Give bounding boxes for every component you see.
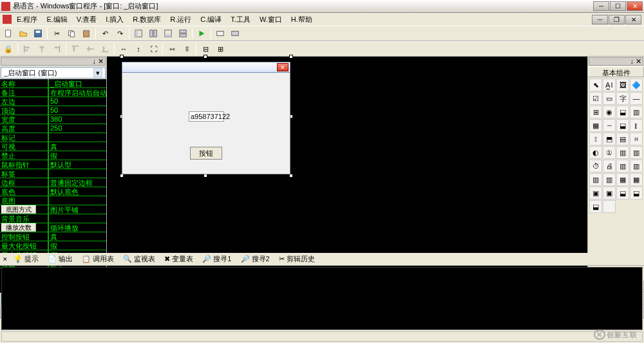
- lock-icon[interactable]: 🔒: [1, 42, 15, 55]
- property-value[interactable]: 380: [48, 115, 106, 124]
- property-value[interactable]: 假: [48, 151, 106, 160]
- toggle1-icon[interactable]: [213, 27, 227, 40]
- palette-component-icon[interactable]: ┄: [603, 119, 616, 132]
- property-value[interactable]: 默认底色: [48, 187, 106, 196]
- palette-component-icon[interactable]: ▦: [630, 173, 643, 186]
- palette-component-icon[interactable]: ☑: [589, 92, 602, 105]
- property-value[interactable]: _启动窗口: [48, 79, 106, 88]
- property-value[interactable]: 图片平铺: [48, 205, 106, 214]
- property-value[interactable]: 250: [48, 124, 106, 133]
- palette-component-icon[interactable]: [603, 200, 616, 213]
- palette-component-icon[interactable]: ◐: [589, 146, 602, 159]
- palette-component-icon[interactable]: ▥: [630, 160, 643, 172]
- menu-help[interactable]: H.帮助: [287, 14, 316, 26]
- palette-component-icon[interactable]: ▥: [616, 146, 629, 159]
- property-row[interactable]: 边框普通固定边框: [0, 178, 106, 187]
- palette-component-icon[interactable]: ▣: [589, 187, 602, 199]
- palette-component-icon[interactable]: ⬓: [616, 119, 629, 132]
- palette-component-icon[interactable]: —: [630, 92, 643, 105]
- panel-close-icon[interactable]: ↓ ✕: [92, 57, 104, 66]
- property-row[interactable]: 备注在程序启动后自动: [0, 88, 106, 97]
- palette-component-icon[interactable]: ▭: [603, 92, 616, 105]
- palette-component-icon[interactable]: ▦: [616, 173, 629, 186]
- dist-v-icon[interactable]: ⇳: [180, 42, 194, 55]
- menu-edit[interactable]: E.编辑: [43, 14, 71, 26]
- designed-window-body[interactable]: a958737122 按钮: [122, 73, 290, 174]
- property-row[interactable]: 可视真: [0, 142, 106, 151]
- center-v-icon[interactable]: ⊞: [213, 42, 227, 55]
- palette-component-icon[interactable]: 🔷: [630, 79, 643, 91]
- palette-component-icon[interactable]: ▦: [589, 119, 602, 132]
- tab-hint[interactable]: 💡 提示: [10, 253, 42, 265]
- palette-component-icon[interactable]: ▤: [616, 133, 629, 145]
- property-value[interactable]: 真: [48, 142, 106, 151]
- menu-database[interactable]: R.数据库: [129, 14, 165, 26]
- designed-window[interactable]: ✕ a958737122 按钮: [122, 62, 290, 174]
- property-row[interactable]: 底图方式图片平铺: [0, 205, 106, 214]
- property-value[interactable]: 在程序启动后自动: [48, 88, 106, 97]
- palette-component-icon[interactable]: ◉: [603, 106, 616, 118]
- property-value[interactable]: 默认型: [48, 160, 106, 169]
- property-row[interactable]: 标记: [0, 133, 106, 142]
- property-row[interactable]: 高度250: [0, 124, 106, 133]
- palette-component-icon[interactable]: 字: [616, 92, 629, 105]
- property-value[interactable]: 50: [48, 106, 106, 115]
- designed-editbox[interactable]: a958737122: [189, 111, 224, 122]
- tab-search1[interactable]: 🔎 搜寻1: [199, 253, 234, 265]
- cut-icon[interactable]: ✂: [50, 27, 64, 40]
- menu-tools[interactable]: T.工具: [227, 14, 254, 26]
- resize-handle[interactable]: [120, 55, 124, 59]
- property-row[interactable]: 左边50: [0, 97, 106, 106]
- tab-watch[interactable]: 🔍 监视表: [120, 253, 158, 265]
- property-row[interactable]: 底图: [0, 196, 106, 205]
- palette-component-icon[interactable]: ⊞: [589, 106, 602, 118]
- property-value[interactable]: 普通固定边框: [48, 178, 106, 187]
- menu-program[interactable]: E.程序: [13, 14, 41, 26]
- palette-component-icon[interactable]: ▥: [630, 146, 643, 159]
- property-row[interactable]: 宽度380: [0, 115, 106, 124]
- redo-icon[interactable]: ↷: [113, 27, 127, 40]
- palette-component-icon[interactable]: 🖨: [603, 160, 616, 172]
- property-row[interactable]: 底色默认底色: [0, 187, 106, 196]
- property-value[interactable]: [48, 214, 106, 223]
- align-right-icon[interactable]: [50, 42, 64, 55]
- copy-icon[interactable]: [64, 27, 79, 40]
- property-button[interactable]: 底图方式: [1, 205, 36, 214]
- palette-component-icon[interactable]: 🖼: [616, 79, 629, 91]
- close-button[interactable]: ✕: [627, 1, 643, 11]
- new-file-icon[interactable]: [1, 27, 15, 40]
- dist-h-icon[interactable]: ⇿: [165, 42, 179, 55]
- panel-close-icon[interactable]: ↓ ✕: [630, 57, 641, 66]
- palette-component-icon[interactable]: ▥: [616, 160, 629, 172]
- palette-component-icon[interactable]: ▥: [603, 173, 616, 186]
- mdi-restore-button[interactable]: ❐: [609, 15, 625, 24]
- mdi-minimize-button[interactable]: ─: [592, 15, 608, 24]
- minimize-button[interactable]: ─: [593, 1, 609, 11]
- palette-component-icon[interactable]: ⟟: [589, 133, 602, 145]
- property-row[interactable]: 顶边50: [0, 106, 106, 115]
- palette-component-icon[interactable]: ①: [603, 146, 616, 159]
- paste-icon[interactable]: [79, 27, 93, 40]
- property-value[interactable]: 50: [48, 97, 106, 106]
- align-bottom-icon[interactable]: [98, 42, 112, 55]
- palette-component-icon[interactable]: ⬓: [630, 187, 643, 199]
- resize-handle[interactable]: [204, 55, 207, 59]
- align-middle-icon[interactable]: [83, 42, 97, 55]
- menu-compile[interactable]: C.编译: [196, 14, 225, 26]
- property-value[interactable]: [48, 169, 106, 178]
- output-close-icon[interactable]: ✕: [3, 256, 8, 263]
- palette-component-icon[interactable]: ⬒: [603, 133, 616, 145]
- toggle2-icon[interactable]: [228, 27, 242, 40]
- property-row[interactable]: 禁止假: [0, 151, 106, 160]
- property-button[interactable]: 播放次数: [1, 223, 36, 232]
- undo-icon[interactable]: ↶: [98, 27, 112, 40]
- menu-view[interactable]: V.查看: [73, 14, 100, 26]
- menu-run[interactable]: R.运行: [166, 14, 195, 26]
- layout1-icon[interactable]: [131, 27, 146, 40]
- palette-component-icon[interactable]: ⬓: [616, 187, 629, 199]
- align-left-icon[interactable]: [20, 42, 34, 55]
- save-file-icon[interactable]: [31, 27, 45, 40]
- open-file-icon[interactable]: [16, 27, 30, 40]
- designed-button[interactable]: 按钮: [190, 147, 222, 160]
- property-value[interactable]: 真: [48, 232, 106, 241]
